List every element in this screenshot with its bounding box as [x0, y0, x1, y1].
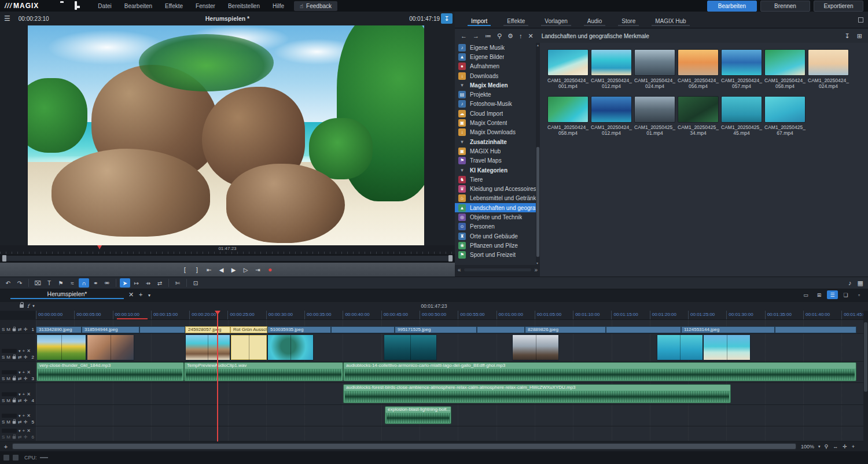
media-file-item[interactable]: CAM1_20250424_057.mp4 [721, 49, 762, 89]
image-clip[interactable] [775, 326, 856, 333]
audio-clip[interactable]: audioblocks-14-collettivo-armonico-carlo… [343, 362, 856, 381]
image-clip[interactable] [606, 326, 681, 333]
sidebar-scrollbar[interactable]: ▴▾ [536, 43, 540, 265]
track-move-icon[interactable]: ✛ [24, 419, 28, 425]
sidebar-item[interactable]: ▣ MAGIX Hub [455, 146, 536, 156]
video-clip[interactable] [36, 334, 86, 360]
snap-icon[interactable]: ∩ [79, 278, 89, 288]
grid-view-icon[interactable]: ⊞ [857, 32, 862, 40]
solo-button[interactable]: S [2, 434, 5, 440]
mouse-mode-all-icon[interactable]: ⇸ [143, 278, 153, 288]
track-move-icon[interactable]: ✛ [24, 434, 28, 440]
solo-button[interactable]: S [2, 398, 5, 403]
media-file-item[interactable]: CAM1_20250424_058.mp4 [547, 96, 589, 136]
preview-video-frame[interactable] [28, 25, 424, 245]
preview-playhead-marker[interactable] [97, 245, 102, 249]
track-lock-icon[interactable] [13, 377, 16, 380]
detach-media-panel-icon[interactable] [858, 17, 863, 23]
range-end-button[interactable]: ] [192, 265, 202, 275]
track-close-icon[interactable]: ✕ [27, 392, 31, 397]
preview-ruler[interactable]: 01:47:23 [0, 245, 455, 254]
sidebar-item[interactable]: ☁ Cloud Import [455, 109, 536, 118]
sidebar-item[interactable]: ▣ Magix Content [455, 118, 536, 127]
jump-start-button[interactable]: ⇤ [204, 265, 214, 275]
sidebar-item[interactable]: ♞ Tiere [455, 175, 536, 184]
up-icon[interactable]: ↑ [519, 32, 523, 40]
import-icon[interactable]: ↧ [845, 32, 850, 40]
status-panel-icon[interactable] [13, 455, 19, 461]
image-clip[interactable]: 510035935.jpeg [267, 326, 331, 333]
previous-frame-button[interactable]: ◀ [216, 265, 226, 275]
sidebar-item[interactable]: ▾ Zusatzinhalte [455, 137, 536, 146]
media-file-item[interactable]: CAM1_20250424_001.mp4 [547, 49, 589, 89]
sidebar-item[interactable]: ⚑ Sport und Freizeit [455, 251, 536, 260]
track-lock-icon[interactable] [13, 436, 16, 439]
waveform-icon[interactable]: ≈ [67, 278, 78, 288]
media-tab[interactable]: Audio [579, 16, 610, 28]
preview-scrollbar[interactable] [0, 254, 455, 263]
track-swap-icon[interactable]: ⇄ [18, 398, 22, 403]
media-tab[interactable]: MAGIX Hub [647, 16, 694, 28]
audio-clip[interactable]: explosion-blast-lightning-bolt... [385, 406, 451, 424]
track-close-icon[interactable]: ✕ [27, 348, 31, 353]
mute-button[interactable]: M [6, 355, 10, 360]
mute-button[interactable]: M [6, 376, 10, 381]
scroll-handle-left[interactable] [2, 255, 6, 262]
image-clip[interactable]: 318594944.jpeg [82, 326, 139, 333]
mode-button[interactable]: Brennen [760, 1, 810, 12]
track-move-icon[interactable]: ✛ [24, 327, 28, 332]
close-tab-icon[interactable]: ✕ [128, 291, 134, 299]
media-tab[interactable]: Store [613, 16, 643, 28]
image-clip[interactable]: 995171525.jpeg [395, 326, 477, 333]
settings-icon[interactable]: ⚙ [507, 32, 513, 40]
separator[interactable] [116, 279, 116, 287]
sidebar-item[interactable]: ❀ Pflanzen und Pilze [455, 241, 536, 250]
video-clip[interactable] [267, 334, 314, 360]
sidebar-item[interactable]: ↓ Magix Downloads [455, 128, 536, 137]
track-menu-icon[interactable]: ▾ [19, 392, 21, 397]
separator[interactable] [28, 279, 29, 287]
mouse-mode-icon[interactable]: ➤ [120, 278, 130, 288]
track-lock-icon[interactable] [13, 328, 16, 331]
play-button[interactable]: ▶ [229, 265, 238, 275]
mixer-icon[interactable]: ▦ [858, 279, 863, 287]
timeline-tab[interactable]: Herumspielen* [10, 290, 124, 297]
mute-button[interactable]: M [6, 398, 10, 403]
scroll-handle-right[interactable] [448, 255, 453, 262]
timeline-horizontal-scrollbar[interactable] [12, 443, 796, 450]
new-file-icon[interactable] [46, 2, 53, 10]
image-clip[interactable] [139, 326, 185, 333]
audio-clip[interactable]: audioblocks-forest-birds-close-ambience-… [343, 384, 731, 403]
sidebar-item[interactable]: ◎ Objekte und Technik [455, 212, 536, 222]
image-clip[interactable]: 82889826.jpeg [525, 326, 606, 333]
track-swap-icon[interactable]: ⇄ [18, 419, 22, 425]
timeline-mode-icon[interactable]: ☰ [827, 290, 838, 299]
sidebar-item[interactable]: ▾ Magix Medien [455, 80, 536, 90]
range-start-button[interactable]: [ [180, 265, 190, 275]
sidebar-item[interactable]: ⚑ Travel Maps [455, 156, 536, 165]
track-add-icon[interactable]: + [23, 370, 25, 375]
track-menu-icon[interactable]: ▾ [19, 429, 21, 433]
save-project-icon[interactable] [75, 2, 82, 10]
track-add-icon[interactable]: + [23, 392, 25, 397]
group-icon[interactable]: ⚭ [90, 278, 101, 288]
track-move-icon[interactable]: ✛ [24, 355, 28, 360]
media-file-item[interactable]: CAM1_20250424_056.mp4 [678, 49, 719, 89]
storyboard-mode-icon[interactable]: ⊞ [814, 290, 825, 299]
sidebar-item[interactable]: ☺ Personen [455, 222, 536, 231]
ungroup-icon[interactable]: ⚮ [102, 278, 112, 288]
track-close-icon[interactable]: ✕ [27, 428, 31, 433]
track-lock-icon[interactable] [13, 356, 16, 359]
zoom-in-icon[interactable]: + [852, 444, 855, 450]
menu-item[interactable]: Fenster [189, 1, 222, 12]
media-file-item[interactable]: CAM1_20250425_34.mp4 [678, 96, 719, 136]
add-tab-icon[interactable]: + [139, 291, 142, 298]
back-icon[interactable]: ← [461, 32, 467, 40]
timeline-vertical-scrollbar[interactable] [863, 320, 868, 441]
image-clip[interactable] [331, 326, 395, 333]
media-tab[interactable]: Vorlagen [536, 16, 575, 28]
track-name-box[interactable] [2, 392, 17, 396]
solo-button[interactable]: S [2, 419, 5, 425]
record-button[interactable]: ● [265, 265, 275, 275]
track-name-box[interactable] [2, 429, 17, 433]
